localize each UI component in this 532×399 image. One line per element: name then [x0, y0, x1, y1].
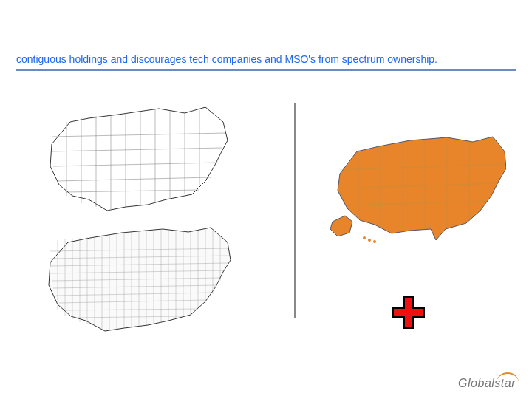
left-maps-panel: [37, 100, 244, 344]
us-map-orange: [329, 133, 506, 244]
us-map-outline-stack: [37, 100, 244, 344]
svg-point-58: [368, 239, 371, 242]
brand-logo: Globalstar: [458, 377, 516, 390]
brand-logo-arc-icon: [497, 372, 519, 383]
vertical-divider: [294, 103, 296, 318]
horizontal-rule-under-title: [16, 69, 516, 71]
svg-point-57: [363, 236, 366, 239]
svg-point-59: [373, 240, 376, 243]
horizontal-rule-top: [16, 33, 516, 33]
slide-title: contiguous holdings and discourages tech…: [16, 53, 516, 65]
plus-icon: [392, 296, 426, 330]
